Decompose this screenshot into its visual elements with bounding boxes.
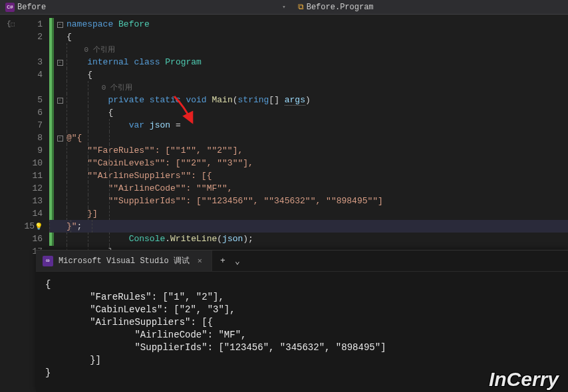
gutter-outline: {⬚ bbox=[0, 15, 21, 246]
line-number-gutter: 123456789101112131415💡1617 bbox=[21, 15, 49, 246]
line-number bbox=[21, 43, 43, 56]
code-line[interactable]: 0 个引用 bbox=[67, 81, 568, 94]
code-line[interactable]: { bbox=[67, 106, 568, 119]
line-number: 3 bbox=[21, 56, 43, 68]
line-number: 6 bbox=[21, 106, 43, 119]
terminal-tab[interactable]: ∞ Microsoft Visual Studio 调试 ✕ bbox=[36, 250, 212, 271]
line-number: 7 bbox=[21, 119, 43, 132]
fold-marker bbox=[55, 106, 65, 119]
line-number: 10 bbox=[21, 157, 43, 169]
line-number: 14 bbox=[21, 207, 43, 220]
fold-marker bbox=[55, 43, 65, 56]
code-line[interactable]: { bbox=[67, 31, 568, 43]
class-icon: ⧉ bbox=[298, 3, 304, 12]
fold-marker bbox=[55, 157, 65, 169]
terminal-tab-bar: ∞ Microsoft Visual Studio 调试 ✕ + ⌄ bbox=[36, 250, 568, 272]
fold-marker bbox=[55, 68, 65, 81]
breadcrumb-separator: ▾ bbox=[275, 3, 292, 11]
code-line[interactable]: ""CabinLevels"": [""2"", ""3""], bbox=[67, 157, 568, 169]
fold-marker bbox=[55, 119, 65, 132]
close-icon[interactable]: ✕ bbox=[195, 256, 205, 266]
code-line[interactable]: internal class Program bbox=[67, 56, 568, 68]
line-number: 5 bbox=[21, 94, 43, 106]
breadcrumb-class-label: Before.Program bbox=[307, 3, 374, 12]
line-number: 4 bbox=[21, 68, 43, 81]
code-line[interactable]: }"; bbox=[49, 220, 568, 233]
code-line[interactable]: private static void Main(string[] args) bbox=[67, 94, 568, 106]
code-line[interactable]: var json = bbox=[67, 119, 568, 132]
breadcrumb-file[interactable]: C# Before bbox=[0, 0, 275, 14]
terminal-panel: ∞ Microsoft Visual Studio 调试 ✕ + ⌄ { "Fa… bbox=[36, 250, 568, 392]
code-line[interactable]: }] bbox=[67, 207, 568, 220]
line-number: 2 bbox=[21, 31, 43, 43]
visual-studio-icon: ∞ bbox=[43, 256, 53, 266]
breadcrumb-class[interactable]: ⧉ Before.Program bbox=[293, 0, 568, 14]
code-line[interactable]: ""SupplierIds"": [""123456"", ""345632""… bbox=[67, 195, 568, 207]
fold-marker[interactable]: - bbox=[55, 18, 65, 31]
line-number: 11 bbox=[21, 169, 43, 182]
breadcrumb-bar: C# Before ▾ ⧉ Before.Program bbox=[0, 0, 568, 15]
line-number: 15💡 bbox=[21, 220, 43, 233]
code-line[interactable]: namespace Before bbox=[67, 18, 568, 31]
line-number bbox=[21, 81, 43, 94]
line-number: 12 bbox=[21, 182, 43, 195]
terminal-output[interactable]: { "FareRules": ["1", "2"], "CabinLevels"… bbox=[36, 272, 568, 386]
fold-marker bbox=[55, 233, 65, 245]
fold-marker[interactable]: - bbox=[55, 56, 65, 68]
fold-marker[interactable]: - bbox=[55, 132, 65, 144]
code-line[interactable]: ""AirlineSuppliers"": [{ bbox=[67, 169, 568, 182]
line-number: 1 bbox=[21, 18, 43, 31]
code-line[interactable]: { bbox=[67, 68, 568, 81]
code-column: ---- namespace Before{ 0 个引用 internal cl… bbox=[49, 15, 568, 246]
fold-marker bbox=[55, 169, 65, 182]
code-lines[interactable]: namespace Before{ 0 个引用 internal class P… bbox=[67, 18, 568, 258]
breadcrumb-file-label: Before bbox=[17, 3, 46, 12]
csharp-icon: C# bbox=[5, 3, 15, 12]
line-number: 13 bbox=[21, 195, 43, 207]
fold-marker bbox=[55, 182, 65, 195]
terminal-tab-title: Microsoft Visual Studio 调试 bbox=[59, 255, 190, 266]
code-editor[interactable]: {⬚ 123456789101112131415💡1617 ---- names… bbox=[0, 15, 568, 246]
fold-marker bbox=[55, 195, 65, 207]
code-line[interactable]: 0 个引用 bbox=[67, 43, 568, 56]
line-number: 16 bbox=[21, 233, 43, 245]
fold-marker bbox=[55, 144, 65, 157]
fold-marker bbox=[55, 207, 65, 220]
fold-marker bbox=[55, 81, 65, 94]
change-margin-2 bbox=[52, 18, 54, 246]
fold-marker[interactable]: - bbox=[55, 94, 65, 106]
code-line[interactable]: ""FareRules"": [""1"", ""2""], bbox=[67, 144, 568, 157]
code-line[interactable]: @"{ bbox=[67, 132, 568, 144]
chevron-down-icon[interactable]: ⌄ bbox=[235, 256, 240, 266]
plus-icon[interactable]: + bbox=[220, 256, 225, 266]
code-line[interactable]: Console.WriteLine(json); bbox=[67, 233, 568, 245]
fold-marker bbox=[55, 31, 65, 43]
line-number: 9 bbox=[21, 144, 43, 157]
line-number: 8 bbox=[21, 132, 43, 144]
terminal-tab-actions: + ⌄ bbox=[212, 256, 248, 266]
code-line[interactable]: ""AirlineCode"": ""MF"", bbox=[67, 182, 568, 195]
